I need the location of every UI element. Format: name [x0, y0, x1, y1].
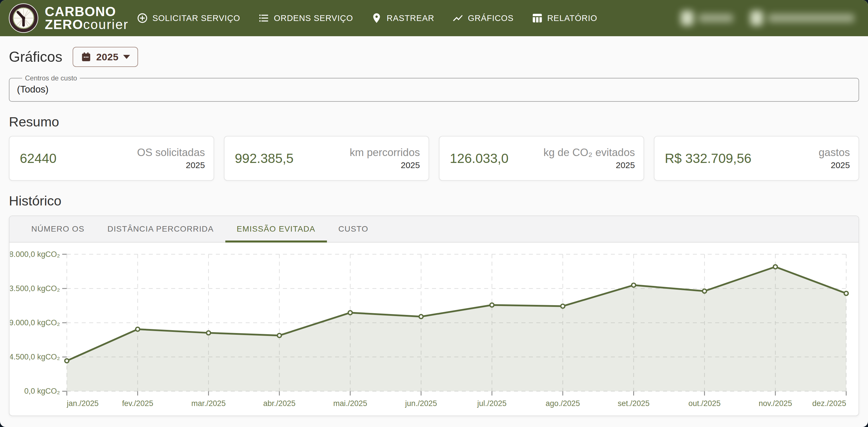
location-pin-icon: [371, 12, 382, 24]
nav-item-solicitar-servico[interactable]: SOLICITAR SERVIÇO: [136, 12, 240, 24]
svg-text:4.500,0 kgCO₂: 4.500,0 kgCO₂: [10, 352, 60, 361]
card-value: 992.385,5: [235, 150, 293, 166]
summary-card-gastos: R$ 332.709,56 gastos 2025: [654, 136, 859, 181]
cost-center-value: (Todos): [17, 84, 851, 95]
trend-line-icon: [452, 12, 464, 24]
svg-text:dez./2025: dez./2025: [812, 399, 846, 408]
card-label: kg de CO₂ evitados: [544, 146, 635, 159]
list-icon: [258, 12, 270, 24]
svg-text:ago./2025: ago./2025: [546, 399, 580, 408]
main-nav: SOLICITAR SERVIÇO ORDENS SERVIÇO RASTREA…: [136, 12, 681, 24]
blurred-user-text: [768, 14, 854, 22]
plus-circle-icon: [136, 12, 148, 24]
tab-distancia-percorrida[interactable]: DISTÂNCIA PERCORRIDA: [96, 216, 225, 242]
brand-line2: ZEROcourier: [45, 18, 129, 31]
card-period: 2025: [137, 160, 205, 170]
brand-line1: CARBONO: [45, 5, 129, 18]
svg-text:mar./2025: mar./2025: [191, 399, 226, 408]
calendar-icon: [81, 51, 92, 62]
svg-text:13.500,0 kgCO₂: 13.500,0 kgCO₂: [10, 284, 60, 293]
svg-text:jan./2025: jan./2025: [67, 399, 99, 408]
navbar-blurred-item[interactable]: [681, 11, 733, 26]
chart-area: 0,0 kgCO₂4.500,0 kgCO₂9.000,0 kgCO₂13.50…: [9, 243, 859, 416]
brand-wordmark: CARBONO ZEROcourier: [45, 5, 129, 31]
blurred-user-icon: [750, 11, 763, 26]
card-period: 2025: [544, 160, 635, 170]
cost-center-select[interactable]: Centros de custo (Todos): [9, 74, 859, 102]
svg-text:jun./2025: jun./2025: [405, 399, 437, 408]
svg-text:18.000,0 kgCO₂: 18.000,0 kgCO₂: [10, 250, 60, 259]
summary-card-os: 62440 OS solicitadas 2025: [9, 136, 214, 181]
history-tabs: NÚMERO OS DISTÂNCIA PERCORRIDA EMISSÃO E…: [9, 216, 859, 243]
summary-heading: Resumo: [9, 114, 859, 130]
card-value: 126.033,0: [450, 150, 508, 166]
summary-card-km: 992.385,5 km percorridos 2025: [224, 136, 429, 181]
blurred-icon: [681, 11, 693, 26]
svg-text:out./2025: out./2025: [688, 399, 720, 408]
card-value: R$ 332.709,56: [665, 150, 751, 166]
svg-text:jul./2025: jul./2025: [477, 399, 507, 408]
nav-item-relatorio[interactable]: RELATÓRIO: [531, 12, 597, 24]
nav-item-rastrear[interactable]: RASTREAR: [371, 12, 434, 24]
card-value: 62440: [20, 150, 57, 166]
svg-text:0,0 kgCO₂: 0,0 kgCO₂: [24, 387, 60, 396]
tab-numero-os[interactable]: NÚMERO OS: [20, 216, 96, 242]
emission-line-chart: 0,0 kgCO₂4.500,0 kgCO₂9.000,0 kgCO₂13.50…: [10, 246, 858, 415]
history-chart-card: NÚMERO OS DISTÂNCIA PERCORRIDA EMISSÃO E…: [9, 216, 859, 416]
navbar-blurred-user[interactable]: [750, 11, 854, 26]
card-period: 2025: [818, 160, 850, 170]
card-period: 2025: [350, 160, 420, 170]
svg-text:mai./2025: mai./2025: [333, 399, 367, 408]
brand-logo[interactable]: CARBONO ZEROcourier: [8, 3, 129, 34]
nav-item-ordens-servico[interactable]: ORDENS SERVIÇO: [258, 12, 353, 24]
main-content: Gráficos 2025 Centros de custo (Todos) R…: [0, 47, 868, 416]
nav-item-graficos[interactable]: GRÁFICOS: [452, 12, 514, 24]
card-label: km percorridos: [350, 146, 420, 159]
user-area-redacted: [681, 11, 854, 26]
navbar: CARBONO ZEROcourier SOLICITAR SERVIÇO OR…: [0, 0, 868, 36]
blurred-text: [699, 14, 733, 22]
page-title: Gráficos: [9, 49, 62, 65]
clock-logo-icon: [8, 3, 39, 34]
svg-text:set./2025: set./2025: [618, 399, 650, 408]
year-value: 2025: [96, 51, 119, 63]
svg-text:fev./2025: fev./2025: [122, 399, 153, 408]
cost-center-label: Centros de custo: [22, 74, 80, 82]
svg-text:9.000,0 kgCO₂: 9.000,0 kgCO₂: [10, 318, 60, 327]
svg-text:nov./2025: nov./2025: [758, 399, 792, 408]
title-row: Gráficos 2025: [9, 47, 859, 67]
app-window: CARBONO ZEROcourier SOLICITAR SERVIÇO OR…: [0, 0, 868, 427]
tab-emissao-evitada[interactable]: EMISSÃO EVITADA: [225, 216, 327, 242]
summary-card-co2: 126.033,0 kg de CO₂ evitados 2025: [439, 136, 644, 181]
card-label: gastos: [818, 146, 850, 159]
chevron-down-icon: [123, 55, 130, 59]
history-heading: Histórico: [9, 193, 859, 209]
summary-cards: 62440 OS solicitadas 2025 992.385,5 km p…: [9, 136, 859, 181]
table-chart-icon: [531, 12, 543, 24]
svg-text:abr./2025: abr./2025: [263, 399, 296, 408]
tab-custo[interactable]: CUSTO: [327, 216, 380, 242]
card-label: OS solicitadas: [137, 146, 205, 159]
year-selector-button[interactable]: 2025: [73, 47, 138, 67]
